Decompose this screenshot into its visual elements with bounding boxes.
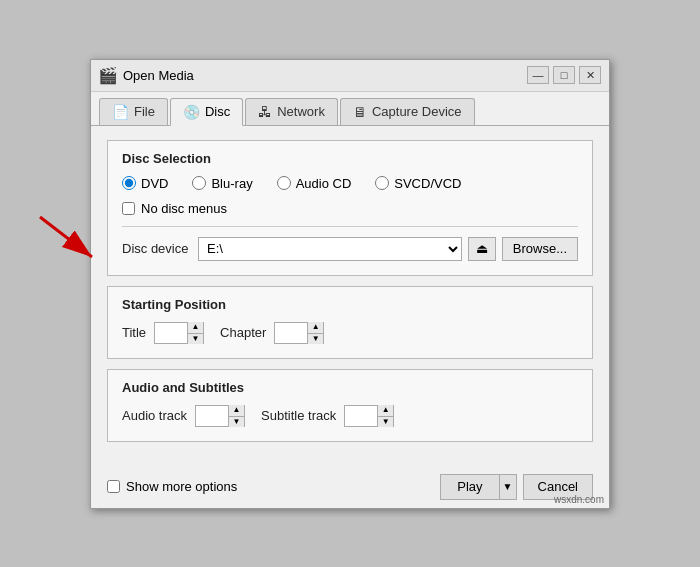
audio-subtitles-title: Audio and Subtitles: [122, 380, 578, 395]
disc-device-label: Disc device: [122, 241, 192, 256]
tab-network-label: Network: [277, 104, 325, 119]
bluray-label: Blu-ray: [211, 176, 252, 191]
starting-position-section: Starting Position Title 0 ▲ ▼ Ch: [107, 286, 593, 359]
network-tab-icon: 🖧: [258, 104, 272, 120]
subtitle-spinner: -1 ▲ ▼: [344, 405, 394, 427]
title-spinner: 0 ▲ ▼: [154, 322, 204, 344]
show-more-label: Show more options: [126, 479, 237, 494]
chapter-spin-down[interactable]: ▼: [307, 333, 323, 344]
capture-tab-icon: 🖥: [353, 104, 367, 120]
tab-file-label: File: [134, 104, 155, 119]
window-controls: — □ ✕: [527, 66, 601, 84]
svcd-radio[interactable]: [375, 176, 389, 190]
title-spin-up[interactable]: ▲: [187, 322, 203, 333]
tab-content: Disc Selection DVD Blu-ray Audio CD: [91, 126, 609, 466]
tab-disc-label: Disc: [205, 104, 230, 119]
chapter-spin-up[interactable]: ▲: [307, 322, 323, 333]
chapter-field-label: Chapter: [220, 325, 266, 340]
audio-track-group: Audio track -1 ▲ ▼: [122, 405, 245, 427]
audio-subtitles-section: Audio and Subtitles Audio track -1 ▲ ▼: [107, 369, 593, 442]
title-value-input[interactable]: 0: [155, 325, 187, 340]
dvd-option[interactable]: DVD: [122, 176, 168, 191]
disc-selection-title: Disc Selection: [122, 151, 578, 166]
title-field-label: Title: [122, 325, 146, 340]
audio-spinner: -1 ▲ ▼: [195, 405, 245, 427]
tab-file[interactable]: 📄 File: [99, 98, 168, 125]
audio-spin-up[interactable]: ▲: [228, 405, 244, 416]
minimize-button[interactable]: —: [527, 66, 549, 84]
open-media-dialog: 🎬 Open Media — □ ✕ 📄 File 💿 Disc 🖧 Netwo…: [90, 59, 610, 509]
starting-position-title: Starting Position: [122, 297, 578, 312]
audio-track-label: Audio track: [122, 408, 187, 423]
window-title: Open Media: [123, 68, 527, 83]
subtitle-spin-down[interactable]: ▼: [377, 416, 393, 427]
disc-tab-icon: 💿: [183, 104, 200, 120]
maximize-button[interactable]: □: [553, 66, 575, 84]
subtitle-track-label: Subtitle track: [261, 408, 336, 423]
show-more-checkbox[interactable]: [107, 480, 120, 493]
audio-spinner-buttons: ▲ ▼: [228, 405, 244, 427]
subtitle-spinner-buttons: ▲ ▼: [377, 405, 393, 427]
no-disc-menus-checkbox[interactable]: [122, 202, 135, 215]
tab-disc[interactable]: 💿 Disc: [170, 98, 243, 126]
audio-spin-down[interactable]: ▼: [228, 416, 244, 427]
disc-type-row: DVD Blu-ray Audio CD SVCD/VCD: [122, 176, 578, 191]
tab-network[interactable]: 🖧 Network: [245, 98, 338, 125]
close-button[interactable]: ✕: [579, 66, 601, 84]
audio-track-input[interactable]: -1: [196, 408, 228, 423]
audiocd-radio[interactable]: [277, 176, 291, 190]
app-icon: 🎬: [99, 66, 117, 84]
eject-button[interactable]: ⏏: [468, 237, 496, 261]
audio-subtitle-fields: Audio track -1 ▲ ▼ Subtitle track -1: [122, 405, 578, 427]
dvd-label: DVD: [141, 176, 168, 191]
chapter-field-group: Chapter 0 ▲ ▼: [220, 322, 324, 344]
subtitle-spin-up[interactable]: ▲: [377, 405, 393, 416]
tab-capture[interactable]: 🖥 Capture Device: [340, 98, 475, 125]
starting-position-fields: Title 0 ▲ ▼ Chapter 0: [122, 322, 578, 344]
tab-bar: 📄 File 💿 Disc 🖧 Network 🖥 Capture Device: [91, 92, 609, 126]
bluray-radio[interactable]: [192, 176, 206, 190]
no-disc-menus-row: No disc menus: [122, 201, 578, 216]
audiocd-option[interactable]: Audio CD: [277, 176, 352, 191]
disc-device-select[interactable]: E:\: [198, 237, 462, 261]
section-divider: [122, 226, 578, 227]
subtitle-track-input[interactable]: -1: [345, 408, 377, 423]
disc-device-row: Disc device E:\ ⏏ Browse...: [122, 237, 578, 261]
file-tab-icon: 📄: [112, 104, 129, 120]
disc-selection-section: Disc Selection DVD Blu-ray Audio CD: [107, 140, 593, 276]
bottom-bar: Show more options Play ▼ Cancel: [91, 466, 609, 508]
subtitle-track-group: Subtitle track -1 ▲ ▼: [261, 405, 394, 427]
title-bar: 🎬 Open Media — □ ✕: [91, 60, 609, 92]
svcd-option[interactable]: SVCD/VCD: [375, 176, 461, 191]
chapter-value-input[interactable]: 0: [275, 325, 307, 340]
play-dropdown-button[interactable]: ▼: [499, 474, 517, 500]
tab-capture-label: Capture Device: [372, 104, 462, 119]
chapter-spinner-buttons: ▲ ▼: [307, 322, 323, 344]
title-spin-down[interactable]: ▼: [187, 333, 203, 344]
title-spinner-buttons: ▲ ▼: [187, 322, 203, 344]
svcd-label: SVCD/VCD: [394, 176, 461, 191]
show-more-row: Show more options: [107, 479, 237, 494]
no-disc-menus-label: No disc menus: [141, 201, 227, 216]
watermark: wsxdn.com: [554, 494, 604, 505]
bluray-option[interactable]: Blu-ray: [192, 176, 252, 191]
dvd-radio[interactable]: [122, 176, 136, 190]
browse-button[interactable]: Browse...: [502, 237, 578, 261]
svg-line-1: [40, 217, 92, 257]
title-field-group: Title 0 ▲ ▼: [122, 322, 204, 344]
chapter-spinner: 0 ▲ ▼: [274, 322, 324, 344]
play-button[interactable]: Play: [440, 474, 498, 500]
play-button-group: Play ▼: [440, 474, 516, 500]
audiocd-label: Audio CD: [296, 176, 352, 191]
